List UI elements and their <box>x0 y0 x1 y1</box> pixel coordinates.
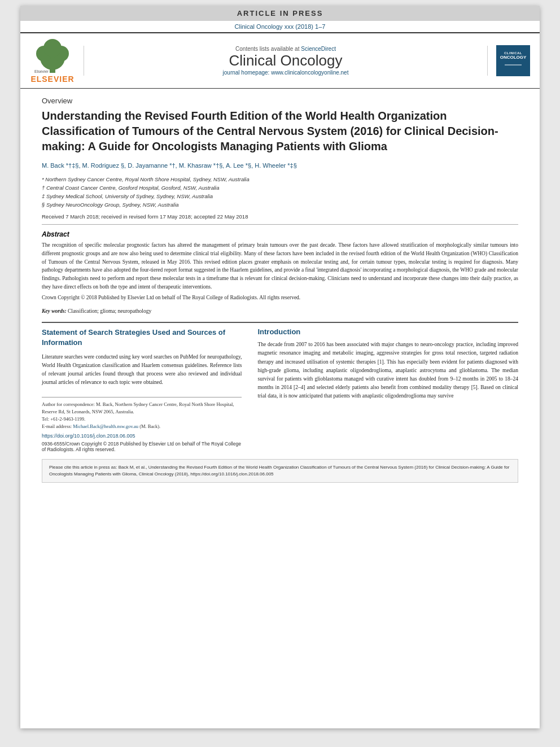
elsevier-tree-icon: Elsevier <box>30 38 75 75</box>
introduction-title: Introduction <box>257 327 518 336</box>
abstract-title: Abstract <box>42 230 518 238</box>
journal-name: Clinical Oncology <box>95 52 476 69</box>
journal-center: Contents lists available at ScienceDirec… <box>84 46 488 76</box>
page: ARTICLE IN PRESS Clinical Oncology xxx (… <box>20 6 540 728</box>
citation-text: Please cite this article in press as: Ba… <box>49 465 509 477</box>
email-link[interactable]: Michael.Back@health.nsw.gov.au <box>73 423 138 429</box>
abstract-body: The recognition of specific molecular pr… <box>42 241 518 291</box>
keywords-line: Key words: Classification; glioma; neuro… <box>42 308 518 314</box>
statement-body: Literature searches were conducted using… <box>42 353 242 387</box>
footnote-tel: Tel: +61-2-9463-1199. <box>42 416 242 423</box>
banner-text: ARTICLE IN PRESS <box>237 9 323 18</box>
affiliation-2: † Central Coast Cancer Centre, Gosford H… <box>42 184 518 192</box>
journal-homepage-line: journal homepage: www.clinicaloncologyon… <box>95 69 476 76</box>
received-line: Received 7 March 2018; received in revis… <box>42 213 518 225</box>
clinical-oncology-logo: CLINICAL ONCOLOGY <box>496 45 530 76</box>
elsevier-brand-text: ELSEVIER <box>30 75 74 84</box>
affiliation-3: ‡ Sydney Medical School, University of S… <box>42 192 518 200</box>
journal-ref: Clinical Oncology xxx (2018) 1–7 <box>20 21 540 32</box>
footnote-email-line: E-mail address: Michael.Back@health.nsw.… <box>42 423 242 430</box>
authors-line: M. Back *†‡§, M. Rodriguez §, D. Jayaman… <box>42 161 518 171</box>
affiliations: * Northern Sydney Cancer Centre, Royal N… <box>42 175 518 209</box>
svg-text:Elsevier: Elsevier <box>34 69 49 73</box>
footnote-correspondence: Author for correspondence: M. Back, Nort… <box>42 401 242 416</box>
svg-rect-6 <box>505 64 522 65</box>
article-title: Understanding the Revised Fourth Edition… <box>42 108 518 154</box>
logo-icon <box>505 60 522 70</box>
doi-link[interactable]: https://doi.org/10.1016/j.clon.2018.06.0… <box>42 433 242 439</box>
journal-ref-text: Clinical Oncology xxx (2018) 1–7 <box>235 23 326 30</box>
contents-available-text: Contents lists available at ScienceDirec… <box>95 46 476 52</box>
right-column: Introduction The decade from 2007 to 201… <box>257 327 518 452</box>
journal-header: Elsevier ELSEVIER Contents lists availab… <box>20 32 540 89</box>
sciencedirect-link[interactable]: ScienceDirect <box>301 46 336 52</box>
article-in-press-banner: ARTICLE IN PRESS <box>20 6 540 21</box>
left-column: Statement of Search Strategies Used and … <box>42 327 242 452</box>
keywords-values: Classification; glioma; neuropathology <box>68 308 151 314</box>
introduction-body: The decade from 2007 to 2016 has been as… <box>257 340 518 400</box>
journal-url[interactable]: www.clinicaloncologyonline.net <box>271 69 348 76</box>
elsevier-logo: Elsevier ELSEVIER <box>27 38 78 84</box>
svg-point-4 <box>43 39 62 57</box>
section-label: Overview <box>42 97 518 105</box>
statement-section-title: Statement of Search Strategies Used and … <box>42 327 242 348</box>
abstract-copyright: Crown Copyright © 2018 Published by Else… <box>42 294 518 302</box>
affiliation-1: * Northern Sydney Cancer Centre, Royal N… <box>42 175 518 184</box>
section-divider <box>42 322 518 323</box>
citation-box: Please cite this article in press as: Ba… <box>42 459 518 483</box>
abstract-section: Abstract The recognition of specific mol… <box>42 230 518 302</box>
two-column-section: Statement of Search Strategies Used and … <box>42 327 518 452</box>
bottom-copyright: 0936-6555/Crown Copyright © 2018 Publish… <box>42 441 242 452</box>
keywords-label: Key words: <box>42 308 67 314</box>
affiliation-4: § Sydney NeuroOncology Group, Sydney, NS… <box>42 200 518 209</box>
journal-logo-right: CLINICAL ONCOLOGY <box>493 45 533 76</box>
footnote-area: Author for correspondence: M. Back, Nort… <box>42 397 242 452</box>
content-area: Overview Understanding the Revised Fourt… <box>20 89 540 491</box>
